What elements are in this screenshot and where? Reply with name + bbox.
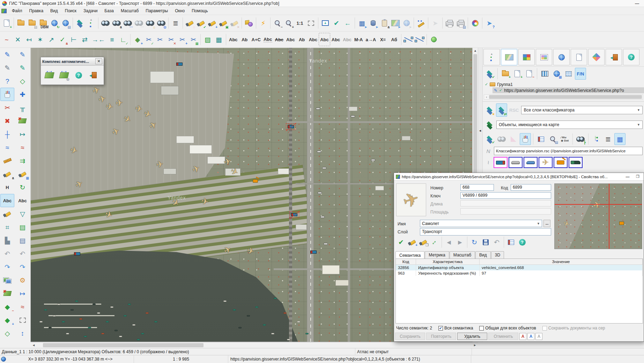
tab-метрика[interactable]: Метрика <box>425 251 449 259</box>
edit-nodes-pins-icon[interactable]: ╥ <box>16 101 30 114</box>
text-abc3-button[interactable]: Abc <box>274 33 285 46</box>
map-object-boat[interactable] <box>106 321 109 322</box>
map-object-boat[interactable] <box>154 321 157 322</box>
text-abc6-button[interactable]: Abc <box>319 33 330 46</box>
map-object-boat[interactable] <box>146 312 149 314</box>
layer-visibility-icon[interactable]: ✔ <box>484 133 495 145</box>
all-semantics-checkbox[interactable]: ✔ Вся семантика <box>438 326 473 331</box>
object-truck[interactable] <box>494 157 508 168</box>
map-object-boat[interactable] <box>62 321 65 322</box>
map-object-boat[interactable] <box>255 306 258 308</box>
map-object-boat[interactable] <box>141 333 144 334</box>
number-field[interactable]: 668 <box>460 184 494 191</box>
layers-sync-icon[interactable]: ⇄ <box>496 103 507 117</box>
lines-equal-icon[interactable]: ≡ <box>106 33 118 46</box>
globe-select-icon[interactable]: ➤ <box>401 16 412 30</box>
menu-item-9[interactable]: Окно <box>172 8 188 14</box>
semantics-doc-icon[interactable] <box>535 133 547 145</box>
common-checkbox[interactable]: Общая для всех объектов <box>479 326 536 331</box>
map-object-boat[interactable] <box>75 300 78 302</box>
panel-images-tab[interactable] <box>536 49 552 65</box>
panel-structure-tab[interactable]: ▲●■ <box>483 49 500 65</box>
delete-selected-icon[interactable] <box>0 287 14 300</box>
map-object-boat[interactable] <box>124 315 127 317</box>
toolbox-titlebar[interactable]: Комплекс автоматичес... ✕ <box>41 57 104 66</box>
delete-from-map-icon[interactable] <box>16 114 30 128</box>
map-object-car[interactable] <box>371 159 375 161</box>
menu-item-2[interactable]: Правка <box>26 8 47 14</box>
auto-complex-button[interactable] <box>44 68 55 82</box>
pan-window-icon[interactable] <box>320 16 331 30</box>
map-object-airplane[interactable]: ✈ <box>134 104 143 114</box>
dialog-maximize-button[interactable]: ❐ <box>634 174 642 179</box>
cut-scissors-icon[interactable]: ✂ <box>0 101 14 114</box>
map-object-truck[interactable] <box>310 251 317 254</box>
classifier-layers-combo[interactable]: Все слои классификатора ▼ <box>521 106 643 114</box>
object-excavator[interactable] <box>554 157 568 168</box>
table-row[interactable]: 963Уверенность предсказания (%)97 <box>396 270 643 276</box>
map-object-boat[interactable] <box>84 336 87 337</box>
undo-step-icon[interactable]: ↶ <box>0 247 14 260</box>
checkbox-checked-icon[interactable]: ✔ <box>438 326 443 331</box>
open-project-icon[interactable]: ▤ <box>60 16 71 30</box>
map-object-boat[interactable] <box>132 324 135 326</box>
scroll-left-icon[interactable]: ◄ <box>31 343 37 347</box>
tab-вид[interactable]: Вид <box>475 251 491 259</box>
nodes-merge-icon[interactable]: →← <box>90 33 106 46</box>
riv-dot-button[interactable]: ∕ Riv◉ Dot <box>559 133 570 145</box>
print-report-icon[interactable]: ▤ <box>455 16 466 30</box>
delete-object-icon[interactable]: ✖ <box>0 114 14 128</box>
search-tree-icon[interactable]: ┣ <box>575 133 586 145</box>
map-object-boat[interactable] <box>39 321 43 322</box>
tree-scroll-thumb[interactable] <box>489 95 642 99</box>
map-object-car[interactable] <box>320 216 325 218</box>
map-object-boat[interactable] <box>223 300 227 302</box>
map-object-boat[interactable] <box>287 339 290 340</box>
map-object-boat[interactable] <box>97 312 100 314</box>
current-scale[interactable]: 1 : 9 985 <box>134 355 228 363</box>
globe-table-icon[interactable]: ▦ <box>551 68 562 80</box>
map-object-boat[interactable] <box>79 318 82 320</box>
map-object-boat[interactable] <box>247 315 250 317</box>
find-flash-icon[interactable] <box>0 207 14 220</box>
map-object-boat[interactable] <box>119 336 122 337</box>
object-plane[interactable]: ✈ <box>539 157 553 168</box>
new-map-icon[interactable]: + <box>1 16 12 30</box>
objects-table-view-icon[interactable]: ▦ <box>614 133 626 145</box>
fit-view-button[interactable]: ↕ <box>429 237 440 248</box>
edit-polyline-icon[interactable]: ≈ <box>0 141 14 154</box>
удалить-button[interactable]: Удалить <box>457 333 487 340</box>
search-map-button[interactable]: ◎ <box>58 68 70 82</box>
minus-objects-icon[interactable]: ◆− <box>0 300 14 313</box>
text-abc-button[interactable]: Abc <box>228 33 239 46</box>
find-by-name-icon[interactable]: a <box>111 16 122 30</box>
draw-polygon-icon[interactable]: ◇ <box>16 74 30 88</box>
panel-map-tab[interactable] <box>501 49 517 65</box>
map-object-car[interactable] <box>351 115 355 117</box>
tree-map-row[interactable]: ✎ ✓ https://panvision.gisserver.info/GIS… <box>493 87 644 93</box>
map-object-boat[interactable] <box>305 333 309 334</box>
tree-group-row[interactable]: ✓ Группа1 <box>485 81 644 87</box>
open-map-icon[interactable] <box>15 16 27 30</box>
map-object-boat[interactable] <box>66 333 69 334</box>
map-object-boat[interactable] <box>263 324 266 326</box>
toolbox-close-button[interactable]: ✕ <box>95 58 102 64</box>
polyline-nodes2-icon[interactable] <box>414 33 425 46</box>
name-more-button[interactable]: ... <box>543 220 550 227</box>
table-frame-icon[interactable] <box>563 68 574 80</box>
save-object-button[interactable] <box>480 237 491 248</box>
map-object-boat[interactable] <box>137 339 140 340</box>
node-bar-icon[interactable]: ⊢ <box>68 33 79 46</box>
draw-pencil-spline-icon[interactable]: ✎ <box>16 61 30 74</box>
print-icon[interactable] <box>444 16 455 30</box>
sphere-icon[interactable] <box>428 33 439 46</box>
add-map-icon[interactable]: + <box>512 68 523 80</box>
toolbox-exit-button[interactable] <box>87 68 98 82</box>
map-object-car[interactable] <box>317 151 321 153</box>
hatch-grid-icon[interactable]: ▦ <box>213 33 224 46</box>
cut-dims-icon[interactable]: ✂▦ <box>188 33 199 46</box>
edit-spline-icon[interactable]: ≈ <box>16 141 30 154</box>
map-object-boat[interactable] <box>49 327 52 328</box>
redo-step-icon[interactable]: ↷ <box>0 260 14 274</box>
rotate-object-icon[interactable]: ↻ <box>16 181 30 194</box>
